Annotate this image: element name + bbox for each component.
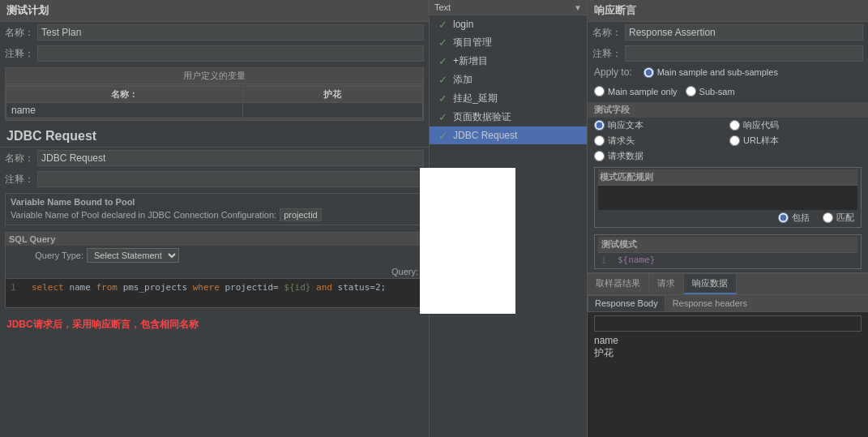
right-panel: 响应断言 名称： 注释： Apply to: Main sample and s… — [588, 0, 868, 437]
query-label: Query: — [6, 265, 423, 278]
testplan-header: 测试计划 — [0, 0, 429, 22]
tree-item-icon-5: ✓ — [436, 111, 449, 124]
pool-bound-label: Variable Name Bound to Pool — [11, 197, 418, 207]
field-option-url[interactable]: URL样本 — [729, 135, 862, 147]
tree-header-text: Text — [434, 2, 574, 12]
tree-item-6[interactable]: ✓JDBC Request — [430, 126, 587, 144]
name-label: 名称： — [5, 26, 37, 40]
tree-item-label-2: +新增目 — [453, 54, 488, 68]
pool-value: projectid — [280, 208, 322, 221]
tree-item-icon-4: ✓ — [436, 92, 449, 105]
variables-title: 用户定义的变量 — [183, 71, 246, 80]
apply-option-1[interactable]: Main sample and sub-samples — [644, 67, 778, 78]
tree-item-label-1: 项目管理 — [453, 36, 492, 49]
jdbc-comment-input[interactable] — [37, 171, 424, 187]
assertion-comment-input[interactable] — [625, 45, 863, 62]
field-option-request-header-label: 请求头 — [608, 135, 635, 147]
result-search-input[interactable] — [594, 315, 862, 332]
red-note: JDBC请求后，采用响应断言，包含相同名称 — [0, 311, 429, 335]
field-option-request-header[interactable]: 请求头 — [594, 135, 726, 147]
apply-option-2[interactable]: Main sample only — [594, 86, 678, 96]
tree-item-5[interactable]: ✓页面数据验证 — [430, 108, 587, 126]
apply-option-3-label: Sub-sam — [699, 87, 735, 96]
tree-item-label-3: 添加 — [453, 73, 472, 87]
apply-option-1-label: Main sample and sub-samples — [657, 67, 778, 77]
tree-item-label-0: login — [453, 19, 473, 30]
testplan-comment-input[interactable] — [37, 45, 424, 62]
tree-header: Text ▼ — [430, 0, 587, 15]
var-row-value — [242, 103, 422, 118]
assertion-header: 响应断言 — [588, 0, 868, 22]
pattern-match[interactable]: 匹配 — [823, 212, 854, 224]
field-option-request-data[interactable]: 请求数据 — [594, 150, 726, 162]
testplan-name-input[interactable] — [37, 24, 424, 41]
jdbc-comment-label: 注释： — [5, 173, 37, 186]
field-option-response-text-label: 响应文本 — [608, 119, 644, 131]
tree-item-4[interactable]: ✓挂起_延期 — [430, 89, 587, 108]
pattern-include-label: 包括 — [792, 212, 810, 224]
pattern-include[interactable]: 包括 — [778, 212, 810, 224]
query-type-label: Query Type: — [11, 251, 83, 260]
pattern-match-label: 匹配 — [836, 212, 854, 224]
test-mode-value: ${name} — [618, 255, 655, 265]
test-mode-title: 测试模式 — [601, 239, 637, 249]
assertion-name-input[interactable] — [625, 24, 863, 41]
left-panel: 测试计划 名称： 注释： 用户定义的变量 名称： 护花 name — [0, 0, 430, 437]
apply-option-2-label: Main sample only — [608, 87, 678, 96]
tab-sampler-results[interactable]: 取样器结果 — [588, 274, 649, 294]
tree-item-label-4: 挂起_延期 — [453, 92, 498, 105]
result-name: name — [594, 335, 862, 346]
tree-arrow-icon: ▼ — [574, 3, 582, 12]
apply-option-3[interactable]: Sub-sam — [686, 86, 735, 96]
assertion-name-label: 名称： — [592, 26, 625, 40]
tabs-row: 取样器结果 请求 响应数据 — [588, 274, 868, 295]
sub-tabs-row: Response Body Response headers — [588, 295, 868, 312]
tree-item-0[interactable]: ✓login — [430, 15, 587, 33]
pattern-area — [598, 186, 857, 210]
jdbc-name-input[interactable] — [37, 150, 424, 166]
pool-declared-label: Variable Name of Pool declared in JDBC C… — [11, 210, 276, 220]
result-val: 护花 — [594, 346, 862, 360]
var-col-value: 护花 — [242, 87, 422, 103]
tab-response-data[interactable]: 响应数据 — [684, 274, 737, 294]
result-body: name 护花 — [588, 312, 868, 437]
tree-item-icon-0: ✓ — [436, 18, 449, 31]
sub-tab-response-headers[interactable]: Response headers — [665, 295, 755, 311]
field-option-response-code-label: 响应代码 — [743, 119, 779, 131]
tree-item-icon-1: ✓ — [436, 36, 449, 49]
query-type-select[interactable]: Select Statement — [87, 248, 179, 263]
var-col-name: 名称： — [6, 87, 243, 103]
field-option-response-text[interactable]: 响应文本 — [594, 119, 726, 131]
tree-item-2[interactable]: ✓+新增目 — [430, 52, 587, 71]
test-mode-line-num: 1 — [601, 255, 618, 265]
apply-label: Apply to: — [594, 66, 632, 78]
results-section: 取样器结果 请求 响应数据 Response Body Response hea… — [588, 273, 868, 437]
tree-item-1[interactable]: ✓项目管理 — [430, 33, 587, 52]
field-option-url-label: URL样本 — [743, 135, 779, 147]
assertion-section: 响应断言 名称： 注释： Apply to: Main sample and s… — [588, 0, 868, 273]
tree-item-icon-6: ✓ — [436, 129, 449, 142]
tree-item-3[interactable]: ✓添加 — [430, 71, 587, 89]
pattern-rule-title: 模式匹配规则 — [600, 172, 653, 182]
assertion-comment-label: 注释： — [592, 47, 625, 61]
jdbc-title: JDBC Request — [0, 124, 429, 148]
code-line-num: 1 — [11, 282, 27, 293]
sql-query-title: SQL Query — [6, 233, 423, 246]
tree-item-label-6: JDBC Request — [453, 130, 517, 141]
tree-item-icon-3: ✓ — [436, 74, 449, 87]
tree-item-label-5: 页面数据验证 — [453, 110, 511, 124]
code-text: select name from pms_projects where proj… — [32, 282, 386, 293]
tree-item-icon-2: ✓ — [436, 55, 449, 68]
var-row-name: name — [6, 103, 243, 118]
test-field-label: 测试字段 — [588, 102, 868, 118]
field-option-response-code[interactable]: 响应代码 — [729, 119, 862, 131]
tree-items-container: ✓login✓项目管理✓+新增目✓添加✓挂起_延期✓页面数据验证✓JDBC Re… — [430, 15, 587, 144]
tab-request[interactable]: 请求 — [649, 274, 684, 294]
jdbc-name-label: 名称： — [5, 152, 37, 165]
sub-tab-response-body[interactable]: Response Body — [588, 295, 665, 311]
field-option-request-data-label: 请求数据 — [608, 150, 644, 162]
comment-label: 注释： — [5, 47, 37, 61]
